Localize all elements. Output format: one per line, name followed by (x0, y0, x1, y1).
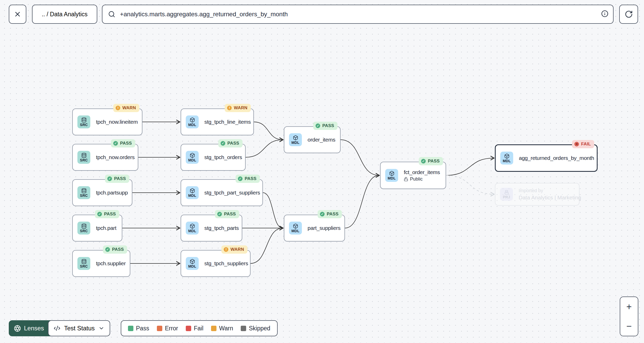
status-label: PASS (428, 159, 440, 164)
zoom-out-button[interactable]: − (620, 316, 638, 336)
legend-label: Pass (136, 325, 149, 332)
legend-item-warn: Warn (211, 325, 233, 332)
node-kind-label: MDL (188, 229, 196, 233)
cube-icon (190, 188, 195, 193)
legend-label: Warn (219, 325, 233, 332)
database-icon (81, 153, 87, 158)
node-kind-label: MDL (188, 123, 196, 127)
cube-icon (293, 223, 298, 229)
status-dot-icon: ✓ (320, 212, 325, 216)
legend-item-skipped: Skipped (241, 325, 270, 332)
lineage-edge (246, 140, 283, 157)
node-kind-chip: MDL (186, 186, 199, 199)
graph-node-stg_tpch_parts[interactable]: ✓PASSMDLstg_tpch_parts (181, 215, 242, 241)
status-label: PASS (112, 247, 124, 252)
status-dot-icon: ✓ (105, 247, 110, 252)
node-kind-chip: SRC (77, 151, 90, 164)
status-badge: ✓PASS (419, 157, 443, 165)
code-icon (54, 325, 60, 332)
node-subtitle: Imported by (519, 188, 579, 193)
node-title: agg_returned_orders_by_month (519, 155, 594, 161)
status-badge: !WARN (113, 104, 139, 112)
status-dot-icon: ✓ (238, 176, 243, 181)
lineage-edge (263, 193, 283, 228)
database-icon (81, 223, 87, 229)
graph-node-tpch_part[interactable]: ✓PASSSRCtpch.part (72, 215, 122, 241)
status-badge: ✓PASS (218, 139, 243, 147)
node-title: tpch.supplier (96, 260, 126, 267)
node-title: stg_tpch_suppliers (204, 260, 248, 267)
lens-selector-label: Test Status (64, 325, 95, 332)
legend-swatch (241, 326, 246, 331)
cube-icon (504, 153, 510, 159)
legend-label: Skipped (249, 325, 270, 332)
database-icon (81, 188, 87, 193)
node-title: stg_tpch_part_suppliers (204, 190, 260, 196)
status-legend: PassErrorFailWarnSkipped (121, 320, 278, 336)
node-kind-chip: MDL (289, 133, 302, 146)
status-dot-icon: ✓ (221, 141, 225, 146)
graph-node-tpch_now_lineitem[interactable]: !WARNSRCtpch_now.lineitem (72, 108, 142, 135)
zoom-in-button[interactable]: + (620, 297, 638, 316)
graph-node-tpch_partsupp[interactable]: ✓PASSSRCtpch.partsupp (72, 179, 132, 206)
lineage-edge (446, 175, 494, 194)
node-kind-chip: MDL (186, 115, 199, 128)
aperture-icon (14, 325, 21, 332)
node-title: Data Analytics | Marketing (519, 194, 579, 201)
node-kind-chip: SRC (77, 257, 90, 270)
node-kind-chip: MDL (289, 222, 302, 235)
node-title: stg_tpch_parts (204, 225, 239, 231)
status-label: PASS (104, 212, 116, 217)
status-label: PASS (245, 176, 256, 181)
status-badge: !WARN (225, 104, 251, 112)
status-dot-icon: ✓ (421, 159, 426, 163)
node-kind-label: PRJ (503, 195, 510, 199)
graph-node-stg_tpch_line_items[interactable]: !WARNMDLstg_tpch_line_items (181, 108, 254, 135)
node-title: order_items (308, 137, 335, 143)
status-dot-icon: ✓ (316, 123, 320, 128)
node-kind-chip: MDL (186, 151, 199, 164)
node-access-label: Public (404, 176, 440, 182)
lineage-edge (446, 158, 494, 175)
legend-item-pass: Pass (128, 325, 149, 332)
graph-node-imported_by[interactable]: PRJImported byData Analytics | Marketing (495, 183, 579, 206)
graph-node-fct_order_items[interactable]: ✓PASSMDLfct_order_itemsPublic (380, 162, 446, 189)
graph-node-part_suppliers[interactable]: ✓PASSMDLpart_suppliers (284, 215, 345, 241)
cube-icon (389, 171, 395, 176)
graph-node-agg_returned_orders_by_month[interactable]: ✕FAILMDLagg_returned_orders_by_month (495, 144, 598, 172)
graph-node-tpch_supplier[interactable]: ✓PASSSRCtpch.supplier (72, 250, 130, 277)
status-label: WARN (234, 105, 247, 111)
lineage-edge (345, 175, 379, 228)
node-title: tpch.partsupp (96, 190, 128, 196)
status-badge: ✓PASS (111, 139, 135, 147)
status-badge: ✓PASS (105, 175, 129, 183)
lock-open-icon (404, 177, 408, 181)
node-kind-chip: PRJ (500, 188, 513, 201)
legend-label: Error (165, 325, 178, 332)
cube-icon (293, 135, 298, 141)
status-dot-icon: ! (224, 247, 228, 252)
status-label: PASS (327, 212, 339, 217)
node-kind-chip: SRC (77, 222, 90, 235)
node-kind-label: SRC (80, 194, 88, 197)
status-label: PASS (114, 176, 126, 181)
node-title: fct_order_items (404, 169, 440, 175)
status-badge: ✓PASS (236, 175, 260, 183)
graph-node-stg_tpch_suppliers[interactable]: !WARNMDLstg_tpch_suppliers (181, 250, 251, 277)
status-label: FAIL (581, 142, 591, 147)
node-kind-chip: SRC (77, 115, 90, 128)
lens-selector-dropdown[interactable]: Test Status (48, 320, 110, 336)
status-label: WARN (230, 247, 244, 252)
node-kind-label: MDL (503, 159, 511, 163)
lenses-button[interactable]: Lenses (9, 320, 51, 336)
status-badge: ✓PASS (215, 210, 239, 218)
graph-node-order_items[interactable]: ✓PASSMDLorder_items (284, 126, 341, 153)
graph-node-tpch_now_orders[interactable]: ✓PASSSRCtpch_now.orders (72, 144, 138, 171)
node-kind-chip: MDL (500, 152, 513, 165)
node-title: tpch_now.lineitem (96, 119, 138, 125)
status-label: PASS (120, 141, 132, 146)
node-kind-label: MDL (188, 264, 196, 268)
graph-node-stg_tpch_part_suppliers[interactable]: ✓PASSMDLstg_tpch_part_suppliers (181, 179, 263, 206)
graph-node-stg_tpch_orders[interactable]: ✓PASSMDLstg_tpch_orders (181, 144, 246, 171)
status-badge: ✓PASS (103, 245, 127, 254)
